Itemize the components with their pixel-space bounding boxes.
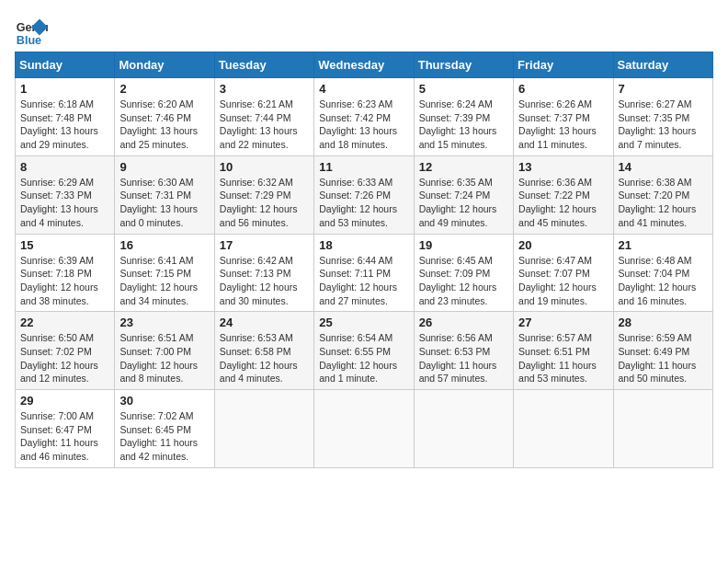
calendar-day-cell: 8 Sunrise: 6:29 AMSunset: 7:33 PMDayligh… (16, 155, 115, 234)
calendar-day-cell: 6 Sunrise: 6:26 AMSunset: 7:37 PMDayligh… (514, 78, 613, 156)
day-info: Sunrise: 6:38 AMSunset: 7:20 PMDaylight:… (619, 176, 708, 230)
day-info: Sunrise: 6:53 AMSunset: 6:58 PMDaylight:… (220, 331, 309, 385)
calendar-day-cell: 20 Sunrise: 6:47 AMSunset: 7:07 PMDaylig… (514, 234, 613, 312)
calendar-day-cell: 26 Sunrise: 6:56 AMSunset: 6:53 PMDaylig… (414, 312, 513, 390)
day-number: 29 (20, 394, 109, 408)
calendar-week-row: 15 Sunrise: 6:39 AMSunset: 7:18 PMDaylig… (16, 234, 713, 312)
day-number: 12 (419, 160, 508, 174)
day-info: Sunrise: 6:50 AMSunset: 7:02 PMDaylight:… (20, 331, 109, 385)
day-number: 4 (319, 82, 408, 96)
calendar-day-cell: 11 Sunrise: 6:33 AMSunset: 7:26 PMDaylig… (314, 155, 414, 234)
day-info: Sunrise: 6:20 AMSunset: 7:46 PMDaylight:… (119, 98, 209, 152)
calendar-day-cell: 5 Sunrise: 6:24 AMSunset: 7:39 PMDayligh… (414, 78, 513, 156)
calendar-day-cell: 25 Sunrise: 6:54 AMSunset: 6:55 PMDaylig… (314, 312, 414, 390)
day-info: Sunrise: 6:59 AMSunset: 6:49 PMDaylight:… (619, 331, 708, 385)
day-number: 10 (220, 160, 309, 174)
calendar-day-cell: 9 Sunrise: 6:30 AMSunset: 7:31 PMDayligh… (115, 155, 214, 234)
svg-text:Blue: Blue (17, 34, 41, 47)
day-number: 14 (619, 160, 708, 174)
day-number: 18 (319, 238, 408, 252)
weekday-header: Sunday (16, 52, 115, 78)
calendar-week-row: 8 Sunrise: 6:29 AMSunset: 7:33 PMDayligh… (16, 155, 713, 234)
calendar-day-cell: 24 Sunrise: 6:53 AMSunset: 6:58 PMDaylig… (214, 312, 313, 390)
day-info: Sunrise: 6:21 AMSunset: 7:44 PMDaylight:… (220, 98, 309, 152)
day-number: 20 (518, 238, 608, 252)
calendar-day-cell: 17 Sunrise: 6:42 AMSunset: 7:13 PMDaylig… (214, 234, 313, 312)
calendar-day-cell: 12 Sunrise: 6:35 AMSunset: 7:24 PMDaylig… (414, 155, 513, 234)
day-number: 19 (419, 238, 508, 252)
day-number: 16 (119, 238, 209, 252)
calendar-day-cell: 14 Sunrise: 6:38 AMSunset: 7:20 PMDaylig… (613, 155, 712, 234)
calendar-day-cell: 21 Sunrise: 6:48 AMSunset: 7:04 PMDaylig… (613, 234, 712, 312)
day-number: 8 (20, 160, 109, 174)
logo-icon: General Blue (15, 15, 48, 48)
calendar-day-cell: 29 Sunrise: 7:00 AMSunset: 6:47 PMDaylig… (16, 390, 115, 468)
day-info: Sunrise: 6:47 AMSunset: 7:07 PMDaylight:… (518, 254, 608, 308)
calendar-day-cell: 7 Sunrise: 6:27 AMSunset: 7:35 PMDayligh… (613, 78, 712, 156)
day-number: 24 (220, 316, 309, 329)
day-info: Sunrise: 6:35 AMSunset: 7:24 PMDaylight:… (419, 176, 508, 230)
day-info: Sunrise: 6:51 AMSunset: 7:00 PMDaylight:… (119, 331, 209, 385)
calendar-week-row: 29 Sunrise: 7:00 AMSunset: 6:47 PMDaylig… (16, 390, 713, 468)
calendar-day-cell: 1 Sunrise: 6:18 AMSunset: 7:48 PMDayligh… (16, 78, 115, 156)
calendar-day-cell: 4 Sunrise: 6:23 AMSunset: 7:42 PMDayligh… (314, 78, 414, 156)
day-number: 11 (319, 160, 408, 174)
calendar-day-cell (414, 390, 513, 468)
weekday-header: Monday (115, 52, 214, 78)
calendar-day-cell: 18 Sunrise: 6:44 AMSunset: 7:11 PMDaylig… (314, 234, 414, 312)
day-number: 27 (518, 316, 608, 329)
day-info: Sunrise: 6:39 AMSunset: 7:18 PMDaylight:… (20, 254, 109, 308)
calendar-day-cell (613, 390, 712, 468)
day-info: Sunrise: 6:54 AMSunset: 6:55 PMDaylight:… (319, 331, 408, 385)
day-number: 15 (20, 238, 109, 252)
day-info: Sunrise: 6:48 AMSunset: 7:04 PMDaylight:… (619, 254, 708, 308)
page-header: General Blue (15, 15, 713, 48)
day-info: Sunrise: 6:29 AMSunset: 7:33 PMDaylight:… (20, 176, 109, 230)
weekday-header: Wednesday (314, 52, 414, 78)
day-info: Sunrise: 6:57 AMSunset: 6:51 PMDaylight:… (518, 331, 608, 385)
calendar-day-cell (214, 390, 313, 468)
calendar-day-cell (514, 390, 613, 468)
day-number: 28 (619, 316, 708, 329)
day-number: 26 (419, 316, 508, 329)
calendar-day-cell: 13 Sunrise: 6:36 AMSunset: 7:22 PMDaylig… (514, 155, 613, 234)
day-info: Sunrise: 6:26 AMSunset: 7:37 PMDaylight:… (518, 98, 608, 152)
weekday-header: Friday (514, 52, 613, 78)
weekday-header: Tuesday (214, 52, 313, 78)
day-info: Sunrise: 6:24 AMSunset: 7:39 PMDaylight:… (419, 98, 508, 152)
day-info: Sunrise: 6:18 AMSunset: 7:48 PMDaylight:… (20, 98, 109, 152)
day-info: Sunrise: 6:56 AMSunset: 6:53 PMDaylight:… (419, 331, 508, 385)
day-info: Sunrise: 6:32 AMSunset: 7:29 PMDaylight:… (220, 176, 309, 230)
day-number: 1 (20, 82, 109, 96)
day-info: Sunrise: 6:33 AMSunset: 7:26 PMDaylight:… (319, 176, 408, 230)
day-number: 6 (518, 82, 608, 96)
calendar-day-cell: 10 Sunrise: 6:32 AMSunset: 7:29 PMDaylig… (214, 155, 313, 234)
calendar-day-cell (314, 390, 414, 468)
calendar-day-cell: 28 Sunrise: 6:59 AMSunset: 6:49 PMDaylig… (613, 312, 712, 390)
day-number: 7 (619, 82, 708, 96)
day-info: Sunrise: 6:42 AMSunset: 7:13 PMDaylight:… (220, 254, 309, 308)
calendar-day-cell: 16 Sunrise: 6:41 AMSunset: 7:15 PMDaylig… (115, 234, 214, 312)
calendar-day-cell: 22 Sunrise: 6:50 AMSunset: 7:02 PMDaylig… (16, 312, 115, 390)
day-number: 2 (119, 82, 209, 96)
calendar-day-cell: 15 Sunrise: 6:39 AMSunset: 7:18 PMDaylig… (16, 234, 115, 312)
day-number: 23 (119, 316, 209, 329)
day-number: 9 (119, 160, 209, 174)
day-info: Sunrise: 7:02 AMSunset: 6:45 PMDaylight:… (119, 409, 209, 464)
day-info: Sunrise: 6:30 AMSunset: 7:31 PMDaylight:… (119, 176, 209, 230)
day-number: 13 (518, 160, 608, 174)
calendar-week-row: 22 Sunrise: 6:50 AMSunset: 7:02 PMDaylig… (16, 312, 713, 390)
day-number: 25 (319, 316, 408, 329)
day-info: Sunrise: 6:27 AMSunset: 7:35 PMDaylight:… (619, 98, 708, 152)
weekday-header: Saturday (613, 52, 712, 78)
calendar-day-cell: 30 Sunrise: 7:02 AMSunset: 6:45 PMDaylig… (115, 390, 214, 468)
day-info: Sunrise: 6:41 AMSunset: 7:15 PMDaylight:… (119, 254, 209, 308)
calendar-day-cell: 19 Sunrise: 6:45 AMSunset: 7:09 PMDaylig… (414, 234, 513, 312)
calendar-day-cell: 3 Sunrise: 6:21 AMSunset: 7:44 PMDayligh… (214, 78, 313, 156)
day-info: Sunrise: 7:00 AMSunset: 6:47 PMDaylight:… (20, 409, 109, 464)
logo: General Blue (15, 15, 51, 48)
day-info: Sunrise: 6:36 AMSunset: 7:22 PMDaylight:… (518, 176, 608, 230)
day-number: 22 (20, 316, 109, 329)
weekday-header: Thursday (414, 52, 513, 78)
day-number: 17 (220, 238, 309, 252)
